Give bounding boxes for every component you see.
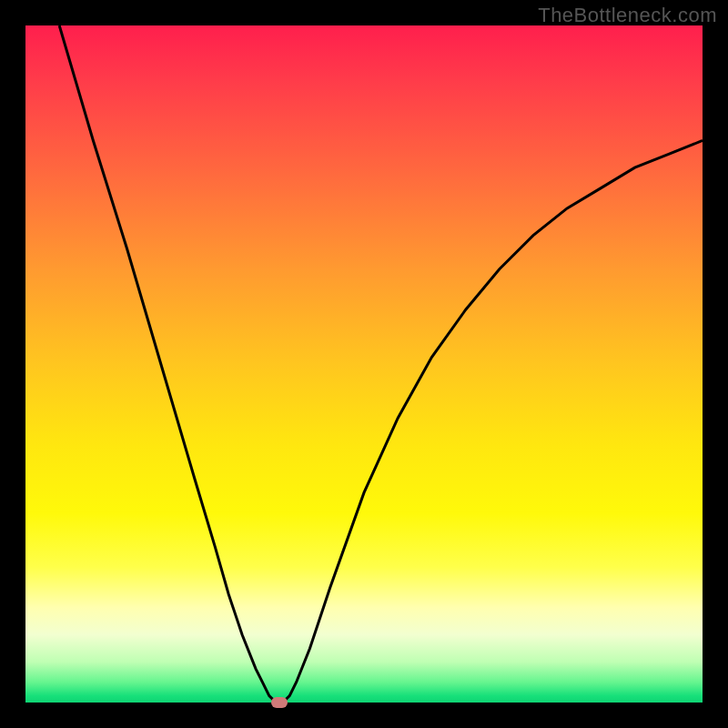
chart-frame: TheBottleneck.com bbox=[0, 0, 728, 728]
minimum-marker bbox=[271, 697, 288, 708]
plot-area bbox=[25, 25, 703, 703]
watermark-text: TheBottleneck.com bbox=[538, 4, 717, 27]
curve-path bbox=[59, 25, 703, 703]
bottleneck-curve bbox=[25, 25, 703, 703]
